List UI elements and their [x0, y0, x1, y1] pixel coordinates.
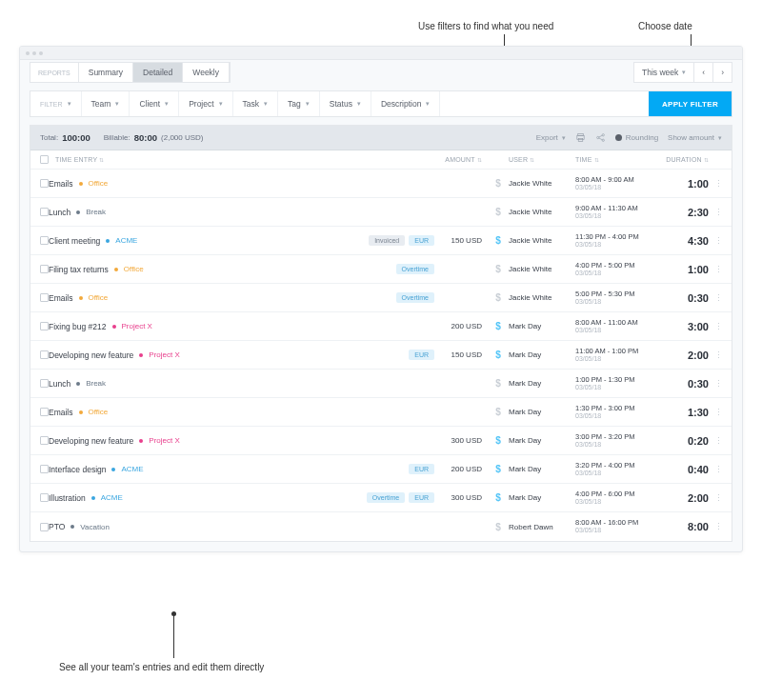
- row-more-button[interactable]: ⋮: [709, 379, 722, 389]
- annotation-filters: Use filters to find what you need: [418, 21, 553, 31]
- tab-summary[interactable]: Summary: [79, 63, 133, 82]
- billable-icon[interactable]: $: [495, 292, 501, 303]
- export-button[interactable]: Export ▾: [536, 133, 566, 142]
- billable-icon[interactable]: $: [495, 378, 501, 389]
- show-amount-button[interactable]: Show amount ▾: [668, 133, 722, 142]
- report-tabs: REPORTS SummaryDetailedWeekly: [30, 62, 231, 83]
- user-name: Mark Day: [509, 379, 575, 388]
- window-control[interactable]: [39, 51, 43, 55]
- time-cell: 8:00 AM - 9:00 AM03/05/18: [575, 176, 661, 191]
- table-row[interactable]: EmailsOfficeOvertime$Jackie White5:00 PM…: [30, 284, 732, 312]
- row-checkbox[interactable]: [40, 379, 49, 388]
- project-dot: [79, 296, 83, 300]
- rounding-toggle[interactable]: Rounding: [615, 133, 658, 142]
- table-row[interactable]: LunchBreak$Mark Day1:00 PM - 1:30 PM03/0…: [30, 370, 732, 398]
- row-more-button[interactable]: ⋮: [709, 350, 722, 360]
- billable-icon[interactable]: $: [495, 264, 501, 274]
- apply-filter-button[interactable]: APPLY FILTER: [649, 91, 732, 116]
- filter-client[interactable]: Client▾: [130, 91, 179, 116]
- billable-amount: (2,000 USD): [161, 133, 203, 142]
- table-row[interactable]: PTOVacation$Robert Dawn8:00 AM - 16:00 P…: [30, 512, 732, 541]
- project-dot: [76, 382, 80, 386]
- filter-status[interactable]: Status▾: [320, 91, 371, 116]
- print-button[interactable]: [575, 132, 586, 143]
- billable-icon[interactable]: $: [495, 522, 501, 532]
- billable-icon[interactable]: $: [495, 464, 501, 474]
- billable-label: Billable:: [104, 133, 130, 142]
- row-more-button[interactable]: ⋮: [709, 293, 722, 303]
- row-more-button[interactable]: ⋮: [709, 179, 722, 189]
- filter-description[interactable]: Description▾: [371, 91, 441, 116]
- select-all-checkbox[interactable]: [40, 155, 49, 164]
- row-more-button[interactable]: ⋮: [709, 408, 722, 417]
- billable-icon[interactable]: $: [495, 435, 501, 446]
- col-user[interactable]: USER⇅: [509, 156, 575, 163]
- filter-label: Project: [189, 99, 213, 109]
- svg-point-4: [602, 134, 604, 136]
- row-more-button[interactable]: ⋮: [709, 522, 722, 531]
- filter-task[interactable]: Task▾: [233, 91, 278, 116]
- row-more-button[interactable]: ⋮: [709, 265, 722, 274]
- billable-icon[interactable]: $: [495, 235, 501, 246]
- billable-icon[interactable]: $: [495, 407, 501, 417]
- date-range-button[interactable]: This week ▾: [634, 63, 693, 82]
- col-time-entry[interactable]: TIME ENTRY⇅: [55, 156, 347, 163]
- time-range: 3:00 PM - 3:20 PM: [575, 433, 661, 441]
- row-more-button[interactable]: ⋮: [709, 436, 722, 446]
- tab-detailed[interactable]: Detailed: [133, 63, 183, 82]
- table-row[interactable]: Interface designACMEEUR200 USD$Mark Day3…: [30, 455, 732, 484]
- col-time[interactable]: TIME⇅: [575, 156, 661, 163]
- row-checkbox[interactable]: [40, 436, 49, 445]
- row-more-button[interactable]: ⋮: [709, 493, 722, 503]
- row-checkbox[interactable]: [40, 236, 49, 245]
- billable-icon[interactable]: $: [495, 492, 501, 503]
- billable-icon[interactable]: $: [495, 207, 501, 217]
- billable-icon[interactable]: $: [495, 178, 501, 189]
- filter-header[interactable]: FILTER ▾: [30, 91, 82, 116]
- user-name: Jackie White: [509, 236, 575, 245]
- row-more-button[interactable]: ⋮: [709, 322, 722, 331]
- tab-weekly[interactable]: Weekly: [183, 63, 230, 82]
- row-checkbox[interactable]: [40, 350, 49, 359]
- date-prev-button[interactable]: ‹: [693, 63, 712, 82]
- row-more-button[interactable]: ⋮: [709, 465, 722, 474]
- col-amount[interactable]: AMOUNT⇅: [434, 156, 488, 163]
- col-duration[interactable]: DURATION⇅: [661, 156, 709, 163]
- window-control[interactable]: [26, 51, 30, 55]
- row-more-button[interactable]: ⋮: [709, 208, 722, 217]
- table-row[interactable]: Fixing bug #212Project X200 USD$Mark Day…: [30, 312, 732, 341]
- chevron-down-icon: ▾: [115, 100, 119, 108]
- row-checkbox[interactable]: [40, 208, 49, 216]
- row-more-button[interactable]: ⋮: [709, 236, 722, 246]
- table-row[interactable]: Filing tax returnsOfficeOvertime$Jackie …: [30, 255, 732, 284]
- filter-project[interactable]: Project▾: [179, 91, 232, 116]
- share-button[interactable]: [595, 132, 606, 143]
- filter-tag[interactable]: Tag▾: [278, 91, 320, 116]
- row-checkbox[interactable]: [40, 408, 49, 416]
- table-row[interactable]: LunchBreak$Jackie White9:00 AM - 11:30 A…: [30, 198, 732, 227]
- table-row[interactable]: IllustrationACMEOvertimeEUR300 USD$Mark …: [30, 484, 732, 512]
- filter-team[interactable]: Team▾: [82, 91, 130, 116]
- badge-overtime: Overtime: [396, 292, 434, 303]
- date-picker: This week ▾ ‹ ›: [633, 62, 732, 83]
- billable-icon[interactable]: $: [495, 350, 501, 360]
- table-row[interactable]: Client meetingACMEInvoicedEUR150 USD$Jac…: [30, 227, 732, 255]
- svg-rect-2: [578, 138, 583, 141]
- row-checkbox[interactable]: [40, 322, 49, 330]
- table-row[interactable]: EmailsOffice$Jackie White8:00 AM - 9:00 …: [30, 170, 732, 198]
- more-icon: ⋮: [714, 179, 722, 189]
- billable-icon[interactable]: $: [495, 321, 501, 331]
- row-checkbox[interactable]: [40, 179, 49, 188]
- row-checkbox[interactable]: [40, 293, 49, 302]
- table-row[interactable]: Developing new featureProject XEUR150 US…: [30, 341, 732, 370]
- row-checkbox[interactable]: [40, 465, 49, 473]
- row-checkbox[interactable]: [40, 493, 49, 502]
- window-control[interactable]: [32, 51, 36, 55]
- row-checkbox[interactable]: [40, 523, 49, 531]
- row-checkbox[interactable]: [40, 265, 49, 273]
- table-row[interactable]: Developing new featureProject X300 USD$M…: [30, 427, 732, 455]
- badge-eur: EUR: [409, 464, 434, 474]
- user-name: Robert Dawn: [509, 523, 575, 531]
- table-row[interactable]: EmailsOffice$Mark Day1:30 PM - 3:00 PM03…: [30, 398, 732, 427]
- date-next-button[interactable]: ›: [712, 63, 732, 82]
